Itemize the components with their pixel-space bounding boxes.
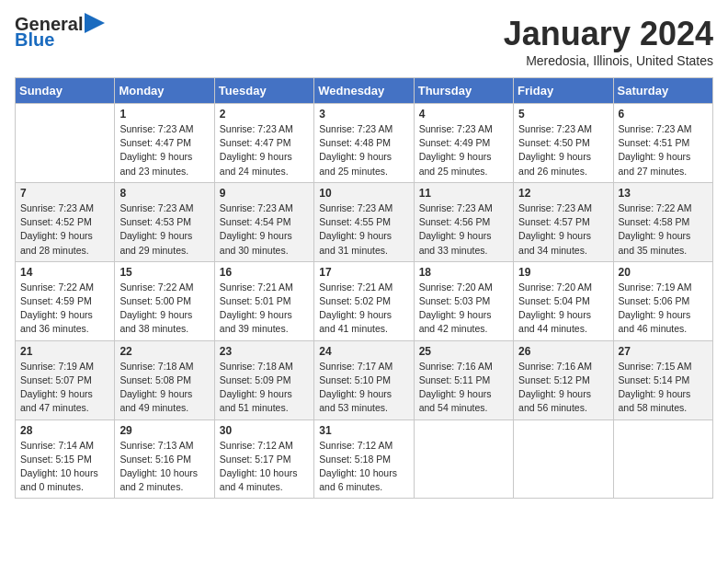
- day-info: Sunrise: 7:21 AM Sunset: 5:02 PM Dayligh…: [319, 281, 408, 337]
- day-number: 18: [419, 266, 508, 279]
- day-info: Sunrise: 7:22 AM Sunset: 5:00 PM Dayligh…: [119, 281, 209, 337]
- calendar-cell: [514, 419, 613, 499]
- day-number: 16: [220, 266, 309, 279]
- day-number: 31: [319, 424, 408, 437]
- month-title: January 2024: [504, 15, 713, 53]
- calendar-cell: 22Sunrise: 7:18 AM Sunset: 5:08 PM Dayli…: [115, 340, 214, 419]
- day-info: Sunrise: 7:20 AM Sunset: 5:04 PM Dayligh…: [518, 281, 608, 337]
- calendar-week-1: 1Sunrise: 7:23 AM Sunset: 4:47 PM Daylig…: [16, 104, 713, 183]
- day-info: Sunrise: 7:22 AM Sunset: 4:59 PM Dayligh…: [20, 281, 109, 337]
- day-info: Sunrise: 7:12 AM Sunset: 5:17 PM Dayligh…: [220, 439, 309, 495]
- day-info: Sunrise: 7:20 AM Sunset: 5:03 PM Dayligh…: [419, 281, 508, 337]
- day-info: Sunrise: 7:23 AM Sunset: 4:50 PM Dayligh…: [518, 122, 608, 178]
- day-number: 5: [518, 108, 608, 121]
- calendar-cell: 23Sunrise: 7:18 AM Sunset: 5:09 PM Dayli…: [214, 340, 313, 419]
- calendar-cell: 4Sunrise: 7:23 AM Sunset: 4:49 PM Daylig…: [414, 104, 513, 183]
- page-container: General Blue January 2024 Meredosia, Ill…: [15, 15, 713, 499]
- day-number: 8: [119, 187, 209, 200]
- day-number: 10: [319, 187, 408, 200]
- header-row: Sunday Monday Tuesday Wednesday Thursday…: [16, 78, 713, 104]
- calendar-week-5: 28Sunrise: 7:14 AM Sunset: 5:15 PM Dayli…: [16, 419, 713, 499]
- day-number: 28: [20, 424, 109, 437]
- day-number: 23: [220, 345, 309, 358]
- header: General Blue January 2024 Meredosia, Ill…: [15, 15, 713, 68]
- day-number: 20: [619, 266, 708, 279]
- day-number: 22: [119, 345, 209, 358]
- calendar-cell: 19Sunrise: 7:20 AM Sunset: 5:04 PM Dayli…: [514, 261, 613, 340]
- calendar-table: Sunday Monday Tuesday Wednesday Thursday…: [15, 77, 713, 499]
- col-monday: Monday: [115, 78, 214, 104]
- calendar-body: 1Sunrise: 7:23 AM Sunset: 4:47 PM Daylig…: [16, 104, 713, 499]
- day-info: Sunrise: 7:23 AM Sunset: 4:53 PM Dayligh…: [119, 201, 209, 258]
- day-number: 29: [119, 424, 209, 437]
- day-info: Sunrise: 7:23 AM Sunset: 4:52 PM Dayligh…: [20, 201, 109, 258]
- day-number: 3: [319, 108, 408, 121]
- day-number: 12: [518, 187, 608, 200]
- day-info: Sunrise: 7:21 AM Sunset: 5:01 PM Dayligh…: [220, 281, 309, 337]
- calendar-cell: 7Sunrise: 7:23 AM Sunset: 4:52 PM Daylig…: [16, 182, 115, 261]
- day-info: Sunrise: 7:23 AM Sunset: 4:47 PM Dayligh…: [119, 122, 209, 178]
- day-info: Sunrise: 7:15 AM Sunset: 5:14 PM Dayligh…: [619, 360, 708, 416]
- day-number: 17: [319, 266, 408, 279]
- day-info: Sunrise: 7:23 AM Sunset: 4:56 PM Dayligh…: [419, 201, 508, 258]
- calendar-cell: 21Sunrise: 7:19 AM Sunset: 5:07 PM Dayli…: [16, 340, 115, 419]
- day-number: 13: [619, 187, 708, 200]
- day-info: Sunrise: 7:14 AM Sunset: 5:15 PM Dayligh…: [20, 439, 109, 495]
- calendar-cell: 2Sunrise: 7:23 AM Sunset: 4:47 PM Daylig…: [214, 104, 313, 183]
- day-info: Sunrise: 7:17 AM Sunset: 5:10 PM Dayligh…: [319, 360, 408, 416]
- svg-marker-0: [85, 13, 105, 33]
- day-info: Sunrise: 7:22 AM Sunset: 4:58 PM Dayligh…: [619, 201, 708, 258]
- day-info: Sunrise: 7:23 AM Sunset: 4:51 PM Dayligh…: [619, 122, 708, 178]
- calendar-cell: 6Sunrise: 7:23 AM Sunset: 4:51 PM Daylig…: [613, 104, 712, 183]
- calendar-cell: 5Sunrise: 7:23 AM Sunset: 4:50 PM Daylig…: [514, 104, 613, 183]
- calendar-cell: 27Sunrise: 7:15 AM Sunset: 5:14 PM Dayli…: [613, 340, 712, 419]
- day-number: 9: [220, 187, 309, 200]
- calendar-cell: [16, 104, 115, 183]
- day-info: Sunrise: 7:23 AM Sunset: 4:54 PM Dayligh…: [220, 201, 309, 258]
- day-info: Sunrise: 7:13 AM Sunset: 5:16 PM Dayligh…: [119, 439, 209, 495]
- calendar-cell: 15Sunrise: 7:22 AM Sunset: 5:00 PM Dayli…: [115, 261, 214, 340]
- calendar-cell: 17Sunrise: 7:21 AM Sunset: 5:02 PM Dayli…: [314, 261, 414, 340]
- col-saturday: Saturday: [613, 78, 712, 104]
- day-number: 24: [319, 345, 408, 358]
- day-number: 14: [20, 266, 109, 279]
- calendar-cell: 26Sunrise: 7:16 AM Sunset: 5:12 PM Dayli…: [514, 340, 613, 419]
- day-info: Sunrise: 7:16 AM Sunset: 5:11 PM Dayligh…: [419, 360, 508, 416]
- calendar-cell: 29Sunrise: 7:13 AM Sunset: 5:16 PM Dayli…: [115, 419, 214, 499]
- calendar-cell: 13Sunrise: 7:22 AM Sunset: 4:58 PM Dayli…: [613, 182, 712, 261]
- day-info: Sunrise: 7:16 AM Sunset: 5:12 PM Dayligh…: [518, 360, 608, 416]
- calendar-cell: 28Sunrise: 7:14 AM Sunset: 5:15 PM Dayli…: [16, 419, 115, 499]
- logo-icon: [85, 13, 105, 33]
- day-number: 1: [119, 108, 209, 121]
- day-number: 30: [220, 424, 309, 437]
- col-sunday: Sunday: [16, 78, 115, 104]
- day-info: Sunrise: 7:23 AM Sunset: 4:55 PM Dayligh…: [319, 201, 408, 258]
- calendar-week-3: 14Sunrise: 7:22 AM Sunset: 4:59 PM Dayli…: [16, 261, 713, 340]
- day-info: Sunrise: 7:23 AM Sunset: 4:49 PM Dayligh…: [419, 122, 508, 178]
- day-info: Sunrise: 7:19 AM Sunset: 5:07 PM Dayligh…: [20, 360, 109, 416]
- calendar-cell: 25Sunrise: 7:16 AM Sunset: 5:11 PM Dayli…: [414, 340, 513, 419]
- day-number: 21: [20, 345, 109, 358]
- calendar-cell: 1Sunrise: 7:23 AM Sunset: 4:47 PM Daylig…: [115, 104, 214, 183]
- logo-block: General Blue: [15, 15, 105, 51]
- day-number: 26: [518, 345, 608, 358]
- col-friday: Friday: [514, 78, 613, 104]
- day-info: Sunrise: 7:19 AM Sunset: 5:06 PM Dayligh…: [619, 281, 708, 337]
- day-number: 6: [619, 108, 708, 121]
- day-number: 15: [119, 266, 209, 279]
- logo: General Blue: [15, 15, 105, 51]
- title-area: January 2024 Meredosia, Illinois, United…: [504, 15, 713, 68]
- calendar-cell: 24Sunrise: 7:17 AM Sunset: 5:10 PM Dayli…: [314, 340, 414, 419]
- day-number: 19: [518, 266, 608, 279]
- calendar-cell: 31Sunrise: 7:12 AM Sunset: 5:18 PM Dayli…: [314, 419, 414, 499]
- day-number: 11: [419, 187, 508, 200]
- day-info: Sunrise: 7:18 AM Sunset: 5:08 PM Dayligh…: [119, 360, 209, 416]
- day-info: Sunrise: 7:18 AM Sunset: 5:09 PM Dayligh…: [220, 360, 309, 416]
- calendar-week-2: 7Sunrise: 7:23 AM Sunset: 4:52 PM Daylig…: [16, 182, 713, 261]
- col-wednesday: Wednesday: [314, 78, 414, 104]
- location: Meredosia, Illinois, United States: [504, 53, 713, 68]
- calendar-header: Sunday Monday Tuesday Wednesday Thursday…: [16, 78, 713, 104]
- calendar-cell: 10Sunrise: 7:23 AM Sunset: 4:55 PM Dayli…: [314, 182, 414, 261]
- day-info: Sunrise: 7:23 AM Sunset: 4:48 PM Dayligh…: [319, 122, 408, 178]
- day-number: 27: [619, 345, 708, 358]
